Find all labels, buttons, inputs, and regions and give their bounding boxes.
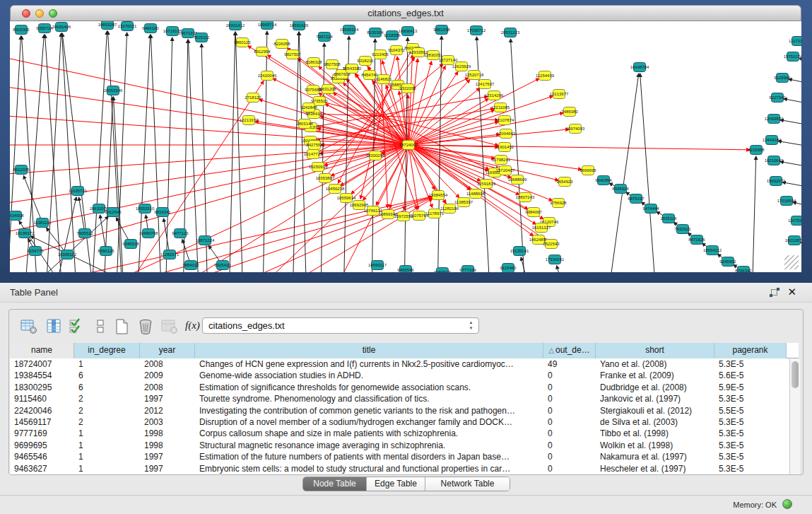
table-row[interactable]: 946554611997Estimation of the future num…: [10, 451, 799, 462]
network-node[interactable]: 9375685: [305, 86, 322, 95]
network-node[interactable]: 7515112: [194, 33, 211, 42]
network-node[interactable]: 9245652: [719, 257, 736, 267]
network-node[interactable]: 10871224: [196, 236, 215, 245]
network-node[interactable]: 11675305: [788, 216, 801, 226]
network-node[interactable]: 9827508: [324, 60, 341, 69]
network-node[interactable]: 16906413: [399, 27, 418, 36]
network-node[interactable]: 7905512: [76, 229, 93, 238]
table-row[interactable]: 1938455462009Genome-wide association stu…: [10, 370, 799, 381]
network-node[interactable]: 2718120: [245, 93, 261, 103]
network-node[interactable]: 9654923: [556, 177, 573, 187]
tab-network-table[interactable]: Network Table: [425, 477, 510, 491]
network-node[interactable]: 10456238: [326, 185, 345, 194]
row-height-icon[interactable]: [93, 318, 110, 335]
network-node[interactable]: 2522543: [543, 240, 560, 249]
column-header-pagerank[interactable]: pagerank: [714, 343, 787, 358]
show-columns-icon[interactable]: [46, 318, 63, 335]
delete-rows-trash-icon[interactable]: [138, 318, 155, 335]
network-node[interactable]: 9104372: [388, 46, 405, 55]
citation-network-graph[interactable]: 1872400786012519104372921340593182169422…: [10, 21, 801, 272]
network-node[interactable]: 11381111: [34, 218, 52, 228]
network-node[interactable]: 6466160: [142, 24, 159, 33]
network-node[interactable]: 11282371: [160, 250, 180, 259]
network-node[interactable]: 10654112: [703, 246, 722, 255]
network-node[interactable]: 10688609: [508, 175, 527, 185]
network-node[interactable]: 6879197: [628, 194, 645, 204]
column-header-in_degree[interactable]: in_degree: [74, 343, 140, 358]
network-node[interactable]: 9318216: [357, 57, 374, 66]
tab-edge-table[interactable]: Edge Table: [367, 477, 425, 491]
network-node[interactable]: 8215958: [748, 146, 765, 155]
network-node[interactable]: 9227342: [769, 93, 786, 103]
network-node[interactable]: 16591426: [290, 21, 309, 30]
network-node[interactable]: 10353807: [316, 174, 335, 183]
network-node[interactable]: 12623929: [452, 62, 471, 71]
table-selector-dropdown[interactable]: citations_edges.txt ▲▼: [202, 317, 479, 334]
network-node[interactable]: 10965714: [258, 21, 277, 30]
network-node[interactable]: 19565324: [340, 25, 359, 35]
network-node[interactable]: 17095712: [467, 26, 486, 35]
select-all-checks-icon[interactable]: [69, 318, 86, 335]
network-node[interactable]: 11798241: [492, 156, 511, 165]
network-node[interactable]: 9213405: [372, 50, 389, 59]
network-node[interactable]: 15135141: [510, 247, 529, 256]
network-node[interactable]: 15751074: [784, 52, 801, 62]
network-node[interactable]: 9477123: [172, 229, 189, 238]
network-node[interactable]: 9322038: [399, 84, 416, 93]
network-node[interactable]: 8938924: [612, 185, 629, 194]
network-node[interactable]: 8130304: [367, 28, 384, 37]
network-node[interactable]: 9640954: [595, 176, 612, 185]
table-row[interactable]: 946362711997Embryonic stem cells: a mode…: [10, 463, 799, 474]
network-node[interactable]: 9984067: [525, 208, 542, 217]
network-node[interactable]: 12417507: [476, 80, 495, 89]
network-node[interactable]: 9699695: [579, 166, 596, 175]
network-node[interactable]: 11385397: [454, 198, 473, 207]
network-node[interactable]: 9465546: [397, 266, 414, 273]
vertical-scrollbar[interactable]: [789, 359, 800, 474]
network-node[interactable]: 10212873: [785, 236, 801, 245]
network-node[interactable]: 14569117: [368, 261, 387, 270]
network-node[interactable]: 8990125: [98, 247, 114, 256]
network-node[interactable]: 9860123: [234, 38, 251, 47]
network-node[interactable]: 9355724: [36, 24, 53, 33]
network-node[interactable]: 9154775: [27, 247, 44, 256]
table-row[interactable]: 1872400712008Changes of HCN gene express…: [10, 358, 799, 370]
network-node[interactable]: 16648784: [630, 63, 649, 72]
network-node[interactable]: 13270021: [118, 22, 137, 31]
network-node[interactable]: 9474444: [642, 204, 659, 214]
network-node[interactable]: 2803144: [296, 119, 313, 129]
network-node[interactable]: 9012546: [105, 208, 122, 217]
network-node[interactable]: 16210643: [765, 156, 784, 165]
network-node[interactable]: 8226058: [273, 40, 290, 49]
table-row[interactable]: 911546021997Tourette syndrome. Phenomeno…: [10, 393, 799, 404]
table-row[interactable]: 1456911722003Disruption of a novel membe…: [10, 416, 799, 428]
network-node[interactable]: 15692971: [767, 177, 786, 186]
network-node[interactable]: 11173106: [789, 37, 801, 46]
network-node[interactable]: 9777169: [459, 266, 476, 273]
network-node[interactable]: 12093832: [765, 115, 784, 124]
network-node[interactable]: 8912954: [254, 47, 271, 57]
function-builder-icon[interactable]: f(x): [185, 317, 202, 334]
network-node[interactable]: 11488608: [466, 189, 486, 199]
network-node[interactable]: 8766342: [735, 267, 752, 273]
network-node[interactable]: 11035721: [69, 187, 88, 196]
network-node[interactable]: 8471626: [688, 235, 705, 245]
window-resize-grip[interactable]: [784, 255, 799, 269]
network-node[interactable]: 9634508: [10, 211, 24, 221]
network-node[interactable]: 9346518: [122, 240, 139, 249]
network-node[interactable]: 9463627: [434, 268, 451, 273]
network-node[interactable]: 10250916: [309, 163, 328, 172]
network-node[interactable]: 8186328: [305, 58, 322, 67]
network-node[interactable]: 9129966: [774, 74, 791, 83]
network-node[interactable]: 2935114: [661, 214, 678, 223]
network-node[interactable]: 9827507: [284, 50, 301, 59]
network-node[interactable]: 12444184: [763, 136, 782, 145]
table-row[interactable]: 969969511998Structural magnetic resonanc…: [10, 440, 799, 451]
network-node[interactable]: 12004663: [497, 129, 516, 139]
network-node[interactable]: 12211085: [491, 103, 510, 112]
column-header-short[interactable]: short: [596, 343, 714, 358]
close-icon[interactable]: ✕: [787, 286, 796, 298]
network-node[interactable]: 20053346: [104, 86, 123, 95]
network-node[interactable]: 7957224: [316, 33, 333, 42]
network-node[interactable]: 10490798: [139, 229, 158, 238]
